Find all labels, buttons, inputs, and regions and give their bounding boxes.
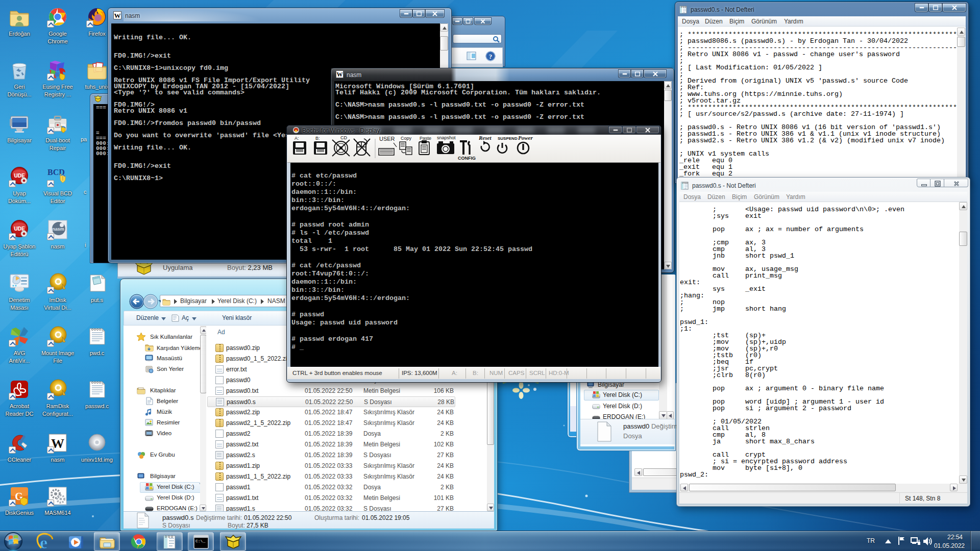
svg-text:Paste: Paste	[420, 136, 431, 141]
svg-text:Reset: Reset	[478, 135, 492, 141]
svg-text:?: ?	[489, 53, 493, 60]
svg-text:C:\_: C:\_	[195, 539, 205, 543]
svg-text:USER: USER	[379, 136, 395, 142]
svg-text:A:: A:	[295, 136, 299, 141]
svg-text:CONFIG: CONFIG	[458, 156, 476, 161]
svg-text:Power: Power	[518, 135, 533, 141]
svg-text:B:: B:	[315, 136, 320, 141]
svg-text:CD: CD	[340, 135, 347, 140]
svg-text:SUSPEND: SUSPEND	[498, 136, 518, 141]
svg-text:snapshot: snapshot	[437, 135, 456, 140]
svg-text:Copy: Copy	[401, 136, 412, 141]
svg-text:nasm: nasm	[52, 227, 64, 232]
